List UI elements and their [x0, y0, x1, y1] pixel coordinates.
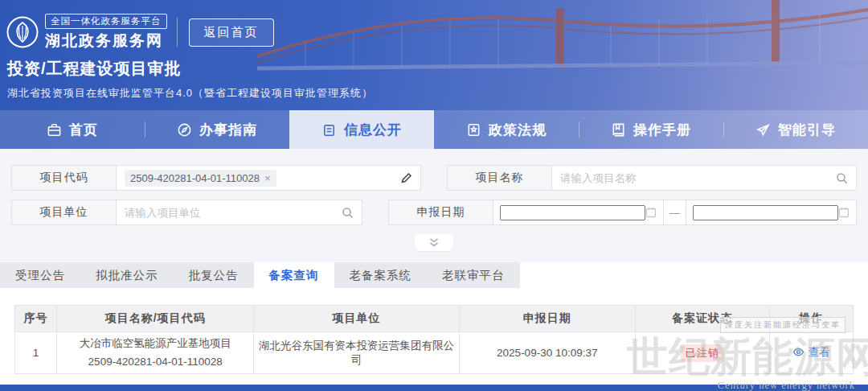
briefcase-icon — [47, 122, 62, 138]
view-link-label: 查看 — [809, 345, 830, 360]
project-name-label: 项目名称 — [448, 166, 552, 190]
nav-label: 首页 — [69, 121, 98, 139]
cell-date: 2025-09-30 10:09:37 — [459, 332, 635, 374]
project-name-text: 大冶市临空氢能源产业基地项目 — [57, 335, 253, 352]
project-code-label: 项目代码 — [12, 166, 117, 190]
edit-pencil-icon[interactable] — [400, 172, 412, 184]
calendar-icon[interactable] — [838, 207, 850, 218]
page: 全国一体化政务服务平台 湖北政务服务网 返回首页 投资/工程建设项目审批 湖北省… — [0, 0, 868, 391]
results-table: 序号 项目名称/项目代码 项目单位 申报日期 备案证状态 操作 1 大冶市临空氢… — [14, 305, 854, 374]
apply-date-end[interactable] — [686, 200, 856, 224]
tag-value: 2509-420281-04-01-110028 — [130, 172, 260, 184]
nav-item-manual[interactable]: 操作手册 — [579, 110, 723, 149]
apply-date-label: 申报日期 — [389, 200, 493, 224]
status-badge: 已注销 — [681, 344, 724, 362]
search-icon[interactable] — [342, 207, 354, 219]
tab-record-query[interactable]: 备案查询 — [254, 262, 334, 288]
tab-acceptance-notice[interactable]: 受理公告 — [0, 262, 80, 288]
table-header-row: 序号 项目名称/项目代码 项目单位 申报日期 备案证状态 操作 — [15, 306, 854, 332]
col-action: 操作 — [769, 306, 853, 332]
cell-index: 1 — [15, 332, 57, 374]
col-date: 申报日期 — [459, 306, 635, 332]
page-title: 投资/工程建设项目审批 — [0, 51, 868, 80]
header-divider — [177, 18, 178, 47]
calendar-icon[interactable] — [645, 207, 657, 218]
filter-project-name: 项目名称 — [447, 165, 857, 191]
project-code-text: 2509-420281-04-01-110028 — [57, 353, 253, 371]
clipboard-icon — [321, 122, 337, 138]
cell-project: 大冶市临空氢能源产业基地项目 2509-420281-04-01-110028 — [57, 332, 254, 374]
filter-row-2: 项目单位 申报日期 — [11, 200, 857, 225]
filter-panel: 项目代码 2509-420281-04-01-110028 × 项目名称 — [0, 149, 868, 251]
tab-approval-notice[interactable]: 批复公告 — [174, 262, 254, 288]
nav-item-policy[interactable]: 政策法规 — [434, 110, 579, 149]
project-code-field[interactable]: 2509-420281-04-01-110028 × — [117, 166, 420, 190]
col-project: 项目名称/项目代码 — [57, 306, 254, 332]
results-panel: 受理公告 拟批准公示 批复公告 备案查询 老备案系统 老联审平台 序号 项目名称… — [0, 262, 868, 391]
back-home-button[interactable]: 返回首页 — [189, 19, 274, 47]
date-range-separator: — — [664, 207, 686, 219]
policy-star-icon — [466, 122, 481, 138]
main-nav: 首页 办事指南 信息公开 政策法规 — [0, 110, 868, 149]
nav-label: 信息公开 — [344, 121, 402, 139]
filter-row-1: 项目代码 2509-420281-04-01-110028 × 项目名称 — [11, 165, 857, 191]
project-unit-input[interactable] — [125, 207, 335, 219]
search-icon[interactable] — [836, 172, 848, 184]
tag-close-icon[interactable]: × — [264, 172, 271, 184]
header-top-row: 全国一体化政务服务平台 湖北政务服务网 返回首页 — [0, 0, 868, 51]
double-chevron-down-icon — [428, 237, 440, 248]
nav-label: 办事指南 — [199, 121, 257, 139]
bottom-blue-bar — [0, 385, 868, 391]
collapse-row — [11, 234, 857, 251]
result-tabs: 受理公告 拟批准公示 批复公告 备案查询 老备案系统 老联审平台 — [0, 262, 520, 288]
nav-label: 政策法规 — [489, 121, 547, 139]
filter-project-unit: 项目单位 — [11, 200, 362, 225]
book-icon — [611, 122, 626, 138]
cell-status: 已注销 — [635, 332, 769, 374]
site-logo-icon — [6, 16, 39, 48]
col-unit: 项目单位 — [254, 306, 460, 332]
nav-item-information[interactable]: 信息公开 — [289, 110, 434, 149]
compass-icon — [177, 122, 192, 138]
site-name: 湖北政务服务网 — [45, 31, 167, 51]
table-row: 1 大冶市临空氢能源产业基地项目 2509-420281-04-01-11002… — [15, 332, 854, 374]
cell-action: 查看 — [769, 332, 853, 374]
eye-icon — [792, 346, 805, 358]
nav-item-home[interactable]: 首页 — [0, 110, 145, 149]
cell-unit: 湖北光谷东国有资本投资运营集团有限公司 — [254, 332, 460, 374]
collapse-filters-button[interactable] — [415, 234, 453, 251]
col-index: 序号 — [15, 306, 57, 332]
nav-item-guide[interactable]: 办事指南 — [145, 110, 289, 149]
page-subtitle: 湖北省投资项目在线审批监管平台4.0（暨省工程建设项目审批管理系统） — [0, 80, 868, 101]
filter-apply-date: 申报日期 — — [388, 200, 857, 225]
tab-old-joint-review[interactable]: 老联审平台 — [427, 262, 520, 288]
apply-date-start-input[interactable] — [500, 205, 645, 220]
project-code-tag: 2509-420281-04-01-110028 × — [125, 170, 276, 187]
nav-label: 智能引导 — [778, 121, 836, 139]
apply-date-end-input[interactable] — [693, 205, 838, 220]
filter-project-code: 项目代码 2509-420281-04-01-110028 × — [11, 165, 421, 191]
platform-badge: 全国一体化政务服务平台 — [45, 14, 167, 29]
site-header: 全国一体化政务服务平台 湖北政务服务网 返回首页 投资/工程建设项目审批 湖北省… — [0, 0, 868, 149]
col-status: 备案证状态 — [635, 306, 769, 332]
tab-old-record-system[interactable]: 老备案系统 — [334, 262, 428, 288]
paper-plane-icon — [755, 122, 771, 138]
project-name-input[interactable] — [560, 172, 829, 184]
project-unit-label: 项目单位 — [12, 200, 117, 224]
tab-pre-approval-publicity[interactable]: 拟批准公示 — [80, 262, 174, 288]
nav-label: 操作手册 — [633, 121, 691, 139]
view-link[interactable]: 查看 — [792, 345, 830, 360]
nav-item-smart-guide[interactable]: 智能引导 — [723, 110, 868, 149]
brand-block: 全国一体化政务服务平台 湖北政务服务网 — [45, 14, 167, 51]
apply-date-start[interactable] — [493, 200, 664, 224]
